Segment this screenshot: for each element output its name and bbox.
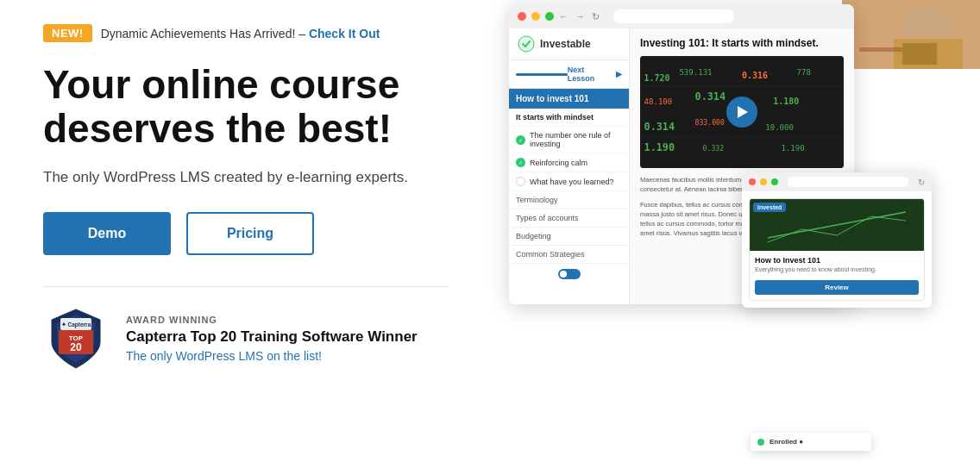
browser-maximize-dot [545,12,554,21]
small-browser-minimize-dot [760,178,767,185]
lms-toggle-switch[interactable] [558,269,581,279]
lms-video-thumbnail[interactable]: 1.720 539.131 0.316 778 48.100 0.314 1.1… [640,56,844,168]
forward-icon: → [575,11,585,22]
lms-section-strategies: Common Strategies [509,246,629,264]
lms-module-active: How to invest 101 [509,89,629,109]
enrolled-dot-icon [757,439,764,446]
hero-headline: Your online course deserves the best! [43,63,449,150]
announcement-bar: NEW! Dynamic Achievements Has Arrived! –… [43,24,449,42]
lms-content-title: Investing 101: It starts with mindset. [640,37,844,49]
lesson-2-check-icon: ✓ [516,158,525,167]
lesson-3-empty-icon [516,177,525,186]
refresh-icon: ↻ [592,11,600,22]
demo-button[interactable]: Demo [43,212,171,255]
enrolled-card: Enrolled ● [751,433,871,451]
lms-next-lesson[interactable]: Next Lesson ▶ [568,66,622,83]
lms-logo-bar: Investable [509,28,629,60]
course-card-invested-badge: Invested [753,203,786,212]
course-card-subtitle: Everything you need to know about invest… [755,266,919,272]
lms-progress-indicator [516,73,568,76]
course-card-image: Invested [750,199,924,251]
browser-mockup-small: ↻ Invested [742,172,932,308]
lesson-3-label: What have you learned? [530,178,614,186]
course-card: Invested How to Invest 101 Everything yo… [749,198,925,301]
course-card-title: How to Invest 101 [755,256,919,265]
lesson-1-label: The number one rule of investing [530,131,622,148]
small-browser-maximize-dot [771,178,778,185]
play-button[interactable] [726,97,757,128]
award-description: The only WordPress LMS on the list! [126,349,418,363]
award-title: Capterra Top 20 Training Software Winner [126,328,418,346]
lms-logo-text: Investable [540,38,591,50]
capterra-badge: TOP 20 ✦ Capterra [43,306,109,371]
small-browser-address [788,177,908,187]
right-section: ← → ↻ Investable [483,0,980,468]
lms-top-bar: Next Lesson ▶ [509,60,629,89]
lms-sidebar: Investable Next Lesson ▶ How to invest 1… [509,28,630,304]
svg-text:✦ Capterra: ✦ Capterra [61,321,91,328]
next-lesson-arrow: ▶ [616,70,622,78]
pricing-button[interactable]: Pricing [186,212,314,255]
lms-lesson-current: It starts with mindset [509,109,629,127]
award-text: AWARD WINNING Capterra Top 20 Training S… [126,315,418,363]
browser-nav-icons: ← → ↻ [559,11,600,22]
small-browser-refresh: ↻ [918,178,925,187]
lesson-check-icon: ✓ [516,135,525,145]
browser-small-body: Invested How to Invest 101 Everything yo… [742,191,932,308]
course-card-body: How to Invest 101 Everything you need to… [750,251,924,300]
lms-section-budgeting: Budgeting [509,228,629,246]
hero-subtext: The only WordPress LMS created by e-lear… [43,169,449,186]
new-badge: NEW! [43,24,92,42]
svg-text:20: 20 [70,341,82,353]
browser-chrome-bar: ← → ↻ [509,4,854,28]
announcement-text: Dynamic Achievements Has Arrived! – Chec… [101,27,380,41]
play-icon [738,106,748,118]
announcement-link[interactable]: Check It Out [309,27,380,41]
small-browser-close-dot [749,178,756,185]
lms-logo-icon [518,35,535,53]
award-category: AWARD WINNING [126,315,418,325]
button-row: Demo Pricing [43,212,449,255]
lms-section-terminology: Terminology [509,191,629,209]
video-play-overlay[interactable] [640,56,844,168]
lms-lesson-3: What have you learned? [509,172,629,191]
lms-lesson-1: ✓ The number one rule of investing [509,127,629,153]
next-lesson-text: Next Lesson [568,66,613,83]
page-wrapper: NEW! Dynamic Achievements Has Arrived! –… [0,0,980,468]
browser-address-bar[interactable] [613,9,734,23]
course-card-review-button[interactable]: Review [755,280,919,295]
browser-small-chrome-bar: ↻ [742,172,932,191]
lms-section-types: Types of accounts [509,209,629,228]
award-section: TOP 20 ✦ Capterra AWARD WINNING Capterra… [43,306,449,371]
lesson-current-label: It starts with mindset [516,113,594,122]
browser-minimize-dot [531,12,540,21]
lesson-2-label: Reinforcing calm [530,159,587,167]
left-section: NEW! Dynamic Achievements Has Arrived! –… [0,0,483,468]
svg-point-10 [518,36,534,52]
announcement-message: Dynamic Achievements Has Arrived! – [101,27,305,41]
enrolled-text: Enrolled ● [770,438,803,446]
browser-close-dot [518,12,526,21]
lms-lesson-2: ✓ Reinforcing calm [509,153,629,172]
back-icon: ← [559,11,569,22]
section-divider [43,286,449,287]
